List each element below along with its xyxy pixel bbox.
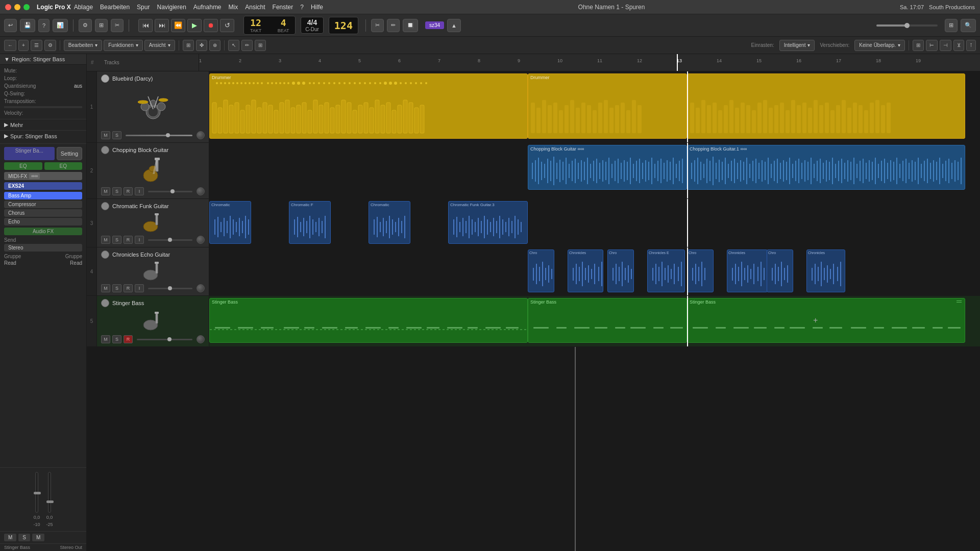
keine-dropdown[interactable]: Keine Überlapp. ▾ <box>854 40 905 51</box>
volume-knob-5[interactable] <box>197 335 205 343</box>
right-tool3[interactable]: ⊣ <box>940 40 951 51</box>
drummer-region-3[interactable] <box>687 73 965 139</box>
cycle-button[interactable]: ↺ <box>220 19 234 32</box>
resize-handle[interactable] <box>957 300 963 307</box>
stinger-region-1[interactable]: Stinger Bass <box>209 298 528 343</box>
midifx-btn[interactable]: MIDI-FX ∞∞ <box>4 172 82 180</box>
menu-ansicht[interactable]: Ansicht <box>245 4 265 11</box>
toolbar-btn-pencil[interactable]: ✏ <box>387 19 400 32</box>
right-tool2[interactable]: ⊢ <box>926 40 938 51</box>
r-btn-3[interactable]: R <box>124 236 133 244</box>
toolbar-btn-help[interactable]: ? <box>38 19 50 32</box>
solo-btn-3[interactable]: S <box>112 236 121 244</box>
i-btn-4[interactable]: I <box>135 284 144 292</box>
menu-fenster[interactable]: Fenster <box>273 4 293 11</box>
mehr-section[interactable]: ▶ Mehr <box>4 121 82 128</box>
go-to-start-button[interactable]: ⏪ <box>171 19 185 32</box>
chromatic-region-1[interactable]: Chromatic <box>209 201 251 244</box>
right-tool4[interactable]: ⊻ <box>953 40 964 51</box>
chronicles-region-2[interactable]: Chronicles <box>568 249 603 292</box>
chronicles-region-8[interactable]: Chronicles <box>806 249 845 292</box>
stinger-ba-btn[interactable]: Stinger Ba... <box>4 147 55 160</box>
fader-1-slider[interactable] <box>35 472 38 513</box>
fader-2-slider[interactable] <box>48 472 51 513</box>
chorus-btn[interactable]: Chorus <box>4 209 82 217</box>
i-btn-2[interactable]: I <box>135 187 144 195</box>
r-btn-4[interactable]: R <box>124 284 133 292</box>
volume-fader-5[interactable] <box>137 339 192 340</box>
menu-aufnahme[interactable]: Aufnahme <box>193 4 222 11</box>
list-btn[interactable]: ☰ <box>31 40 42 51</box>
toolbar-btn-undo[interactable]: ↩ <box>4 19 17 32</box>
solo-btn-5[interactable]: S <box>112 335 121 343</box>
eq-btn[interactable]: EQ <box>4 162 42 170</box>
volume-fader-3[interactable] <box>148 239 192 241</box>
solo-btn-4[interactable]: S <box>112 284 121 292</box>
close-button[interactable] <box>5 4 11 10</box>
toolbar-btn-right1[interactable]: ⊞ <box>945 19 958 32</box>
mute-btn-1[interactable]: M <box>101 131 110 139</box>
ansicht-dropdown[interactable]: Ansicht ▾ <box>144 40 175 51</box>
bearbeiten-dropdown[interactable]: Bearbeiten ▾ <box>64 40 102 51</box>
chromatic-region-4[interactable]: Chromatic Funk Guitar.3 <box>448 201 528 244</box>
audiofx-btn[interactable]: Audio FX <box>4 228 82 235</box>
snap-btn[interactable]: ✤ <box>196 40 207 51</box>
menu-spur[interactable]: Spur <box>137 4 150 11</box>
toolbar-btn-snap[interactable]: 🔲 <box>403 19 418 32</box>
echo-btn[interactable]: Echo <box>4 218 82 226</box>
record-arm-btn-5[interactable]: R <box>124 335 133 343</box>
stinger-region-3[interactable]: Stinger Bass <box>687 298 965 343</box>
chronicles-region-7[interactable]: Chro <box>767 249 793 292</box>
menu-ablage[interactable]: Ablage <box>74 4 93 11</box>
funktionen-dropdown[interactable]: Funktionen ▾ <box>104 40 142 51</box>
chronicles-region-5[interactable]: Chro <box>687 249 714 292</box>
s-button[interactable]: S <box>18 534 30 541</box>
volume-fader-4[interactable] <box>148 288 192 289</box>
m2-button[interactable]: M <box>32 534 44 541</box>
toolbar-btn-save[interactable]: 💾 <box>20 19 35 32</box>
fullscreen-button[interactable] <box>23 4 30 10</box>
toolbar-btn-scissors[interactable]: ✂ <box>111 19 124 32</box>
solo-btn-1[interactable]: S <box>112 131 121 139</box>
volume-fader-2[interactable] <box>148 191 192 192</box>
eq-btn2[interactable]: EQ <box>44 162 83 170</box>
fast-forward-button[interactable]: ⏭ <box>155 19 169 32</box>
record-button[interactable]: ⏺ <box>204 19 218 32</box>
chronicles-region-3[interactable]: Chro <box>607 249 634 292</box>
play-button[interactable]: ▶ <box>187 19 202 32</box>
toolbar-btn-cut[interactable]: ✂ <box>371 19 384 32</box>
mute-btn-3[interactable]: M <box>101 236 110 244</box>
solo-btn-2[interactable]: S <box>112 187 121 195</box>
minimize-button[interactable] <box>14 4 20 10</box>
compressor-btn[interactable]: Compressor <box>4 201 82 208</box>
chronicles-region-1[interactable]: Chro <box>528 249 554 292</box>
chromatic-region-3[interactable]: Chromatic <box>369 201 410 244</box>
mute-btn-5[interactable]: M <box>101 335 110 343</box>
drummer-region-2[interactable]: Drummer <box>528 73 687 139</box>
zoom-btn[interactable]: ⊞ <box>183 40 194 51</box>
snap2-btn[interactable]: ⊕ <box>209 40 220 51</box>
setting-btn[interactable]: Setting <box>57 147 82 160</box>
volume-knob-3[interactable] <box>197 236 205 244</box>
add-track-btn[interactable]: + <box>18 40 29 51</box>
back-btn[interactable]: ← <box>4 40 16 51</box>
pointer-tool[interactable]: ↖ <box>228 40 239 51</box>
menu-mix[interactable]: Mix <box>229 4 238 11</box>
toolbar-btn-a[interactable]: ▲ <box>447 19 461 32</box>
stereo-btn[interactable]: Stereo <box>4 244 82 252</box>
volume-knob-2[interactable] <box>197 187 205 195</box>
volume-fader-1[interactable] <box>126 135 192 136</box>
chopping-region-1[interactable]: Chopping Block Guitar ∞∞ <box>528 145 687 190</box>
menu-bearbeiten[interactable]: Bearbeiten <box>100 4 130 11</box>
mute-btn-4[interactable]: M <box>101 284 110 292</box>
volume-knob-1[interactable] <box>197 131 205 139</box>
m-button[interactable]: M <box>4 534 16 541</box>
stinger-region-2[interactable]: Stinger Bass <box>528 298 687 343</box>
right-tool5[interactable]: ⊺ <box>966 40 976 51</box>
toolbar-btn-right2[interactable]: 🔍 <box>961 19 976 32</box>
spur-section[interactable]: ▶ Spur: Stinger Bass <box>0 130 86 141</box>
volume-knob-4[interactable] <box>197 284 205 292</box>
chronicles-region-6[interactable]: Chronicles <box>727 249 768 292</box>
bass-amp-btn[interactable]: Bass Amp <box>4 192 82 199</box>
toolbar-btn-cpu[interactable]: 📊 <box>53 19 68 32</box>
